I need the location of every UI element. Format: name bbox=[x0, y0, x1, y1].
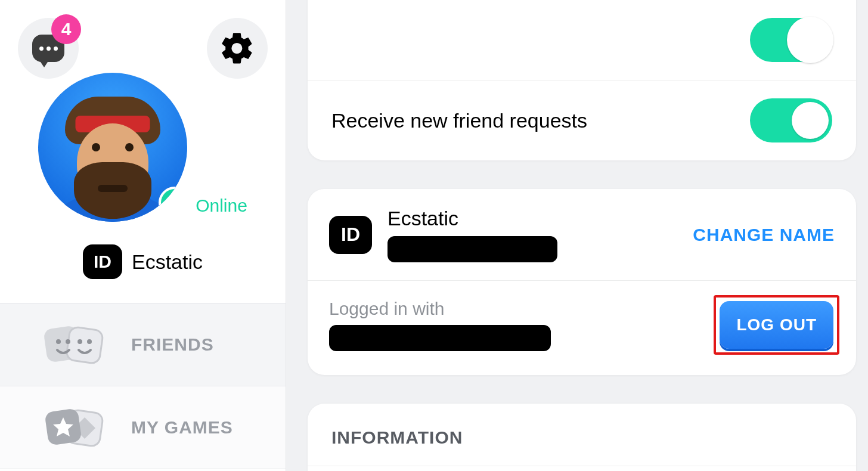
account-login-row: Logged in with LOG OUT bbox=[308, 281, 856, 375]
toggle-show-online[interactable] bbox=[750, 18, 832, 62]
id-row: ID Ecstatic bbox=[83, 244, 203, 279]
toggle-friend-requests[interactable] bbox=[750, 98, 832, 142]
information-card: INFORMATION bbox=[308, 404, 856, 471]
svg-point-5 bbox=[87, 339, 92, 344]
chat-badge: 4 bbox=[51, 14, 81, 44]
username: Ecstatic bbox=[132, 250, 203, 274]
chat-button[interactable]: 4 bbox=[18, 18, 79, 79]
status-label: Online bbox=[196, 196, 247, 216]
privacy-friend-requests-row: Receive new friend requests bbox=[308, 80, 856, 160]
account-name: Ecstatic bbox=[388, 207, 557, 230]
sidebar-header: 4 Online bbox=[0, 0, 286, 303]
information-header: INFORMATION bbox=[308, 404, 856, 466]
friends-icon bbox=[43, 321, 108, 368]
top-icon-row: 4 bbox=[18, 18, 268, 79]
id-badge-icon: ID bbox=[329, 216, 372, 254]
avatar-row: Online bbox=[38, 73, 247, 222]
logged-in-label: Logged in with bbox=[329, 299, 551, 319]
sidebar-nav: FRIENDS MY GAMES bbox=[0, 303, 286, 469]
status-dot-icon bbox=[159, 187, 187, 219]
sidebar-item-label: MY GAMES bbox=[131, 417, 233, 438]
main-content: Receive new friend requests ID Ecstatic … bbox=[286, 0, 868, 471]
svg-point-2 bbox=[56, 339, 61, 344]
avatar[interactable] bbox=[38, 73, 187, 222]
games-icon bbox=[43, 404, 108, 451]
gear-icon bbox=[219, 30, 256, 67]
account-id-row: ID Ecstatic CHANGE NAME bbox=[308, 189, 856, 281]
logout-highlight: LOG OUT bbox=[714, 295, 839, 355]
svg-rect-1 bbox=[66, 326, 103, 364]
sidebar: 4 Online bbox=[0, 0, 286, 471]
login-provider-redacted bbox=[329, 325, 551, 351]
logout-button[interactable]: LOG OUT bbox=[720, 301, 833, 349]
sidebar-item-label: FRIENDS bbox=[131, 334, 214, 355]
privacy-card: Receive new friend requests bbox=[308, 0, 856, 160]
svg-point-4 bbox=[78, 339, 82, 344]
account-card: ID Ecstatic CHANGE NAME Logged in with L… bbox=[308, 189, 856, 375]
privacy-show-online-row bbox=[308, 0, 856, 80]
login-col: Logged in with bbox=[329, 299, 551, 351]
change-name-button[interactable]: CHANGE NAME bbox=[693, 225, 835, 245]
sidebar-item-friends[interactable]: FRIENDS bbox=[0, 303, 286, 386]
id-badge-icon: ID bbox=[83, 244, 122, 279]
svg-point-3 bbox=[66, 339, 70, 344]
account-id-redacted bbox=[388, 236, 557, 262]
privacy-friend-requests-label: Receive new friend requests bbox=[331, 109, 587, 132]
account-name-col: Ecstatic bbox=[388, 207, 557, 262]
sidebar-item-my-games[interactable]: MY GAMES bbox=[0, 386, 286, 469]
settings-button[interactable] bbox=[207, 18, 268, 79]
